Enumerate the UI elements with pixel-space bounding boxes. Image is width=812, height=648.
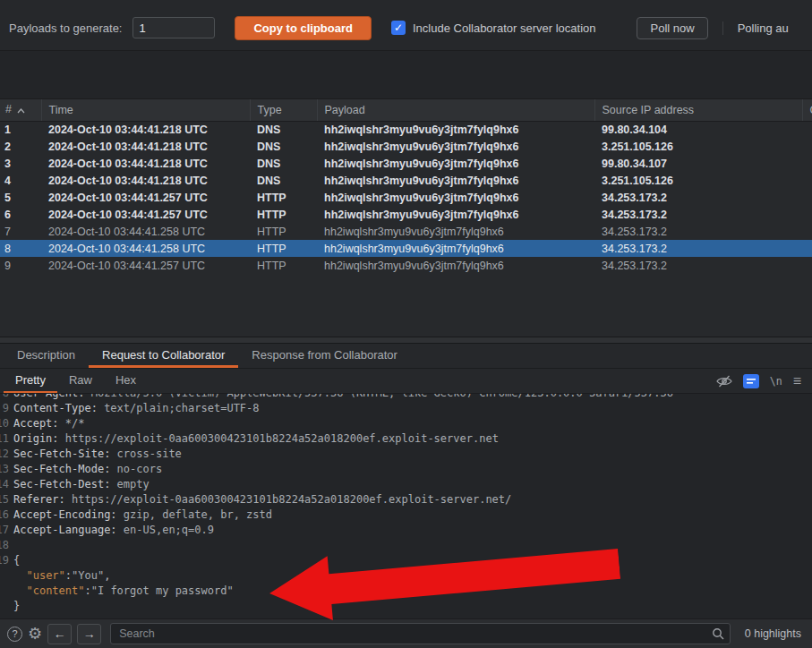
cell-source-ip[interactable]: 34.253.173.2: [594, 189, 802, 206]
cell-payload[interactable]: hh2iwqlshr3myu9vu6y3jtm7fylq9hx6: [317, 121, 594, 138]
next-match-button[interactable]: →: [77, 624, 101, 644]
cell-type[interactable]: DNS: [250, 172, 317, 189]
cell-time[interactable]: 2024-Oct-10 03:44:41.257 UTC: [41, 257, 250, 274]
cell-time[interactable]: 2024-Oct-10 03:44:41.257 UTC: [41, 189, 250, 206]
cell-number[interactable]: 5: [0, 189, 41, 206]
table-row[interactable]: 3 2024-Oct-10 03:44:41.218 UTC DNS hh2iw…: [0, 155, 812, 172]
column-header-number[interactable]: #: [0, 99, 41, 121]
request-editor[interactable]: 8User-Agent: Mozilla/5.0 (Victim) AppleW…: [0, 394, 812, 618]
column-header-payload[interactable]: Payload: [317, 99, 594, 121]
cell-comment[interactable]: [802, 172, 812, 189]
cell-comment[interactable]: [802, 155, 812, 172]
cell-number[interactable]: 9: [0, 257, 41, 274]
search-input[interactable]: [110, 623, 731, 644]
cell-source-ip[interactable]: 99.80.34.104: [594, 121, 802, 138]
editor-line: 14Sec-Fetch-Dest: empty: [0, 477, 812, 492]
cell-type[interactable]: HTTP: [250, 257, 317, 274]
mode-raw[interactable]: Raw: [57, 369, 104, 393]
table-row[interactable]: 7 2024-Oct-10 03:44:41.258 UTC HTTP hh2i…: [0, 223, 812, 240]
cell-payload[interactable]: hh2iwqlshr3myu9vu6y3jtm7fylq9hx6: [317, 240, 594, 257]
show-newlines-icon[interactable]: \n: [770, 369, 782, 393]
cell-payload[interactable]: hh2iwqlshr3myu9vu6y3jtm7fylq9hx6: [317, 138, 594, 155]
cell-number[interactable]: 6: [0, 206, 41, 223]
cell-number[interactable]: 2: [0, 138, 41, 155]
editor-line: }: [0, 599, 812, 614]
cell-type[interactable]: DNS: [250, 138, 317, 155]
table-row[interactable]: 4 2024-Oct-10 03:44:41.218 UTC DNS hh2iw…: [0, 172, 812, 189]
gear-icon[interactable]: ⚙: [28, 626, 42, 642]
cell-time[interactable]: 2024-Oct-10 03:44:41.218 UTC: [41, 121, 250, 138]
table-row[interactable]: 5 2024-Oct-10 03:44:41.257 UTC HTTP hh2i…: [0, 189, 812, 206]
cell-comment[interactable]: [802, 257, 812, 274]
cell-number[interactable]: 1: [0, 121, 41, 138]
cell-type[interactable]: HTTP: [250, 189, 317, 206]
table-row[interactable]: 1 2024-Oct-10 03:44:41.218 UTC DNS hh2iw…: [0, 121, 812, 138]
cell-comment[interactable]: [802, 240, 812, 257]
cell-comment[interactable]: [802, 189, 812, 206]
cell-type[interactable]: DNS: [250, 121, 317, 138]
previous-match-button[interactable]: ←: [47, 624, 72, 644]
payloads-count-input[interactable]: [132, 17, 215, 38]
cell-comment[interactable]: [802, 138, 812, 155]
cell-time[interactable]: 2024-Oct-10 03:44:41.218 UTC: [41, 172, 250, 189]
line-number: 8: [0, 394, 9, 401]
mode-pretty[interactable]: Pretty: [4, 369, 57, 393]
copy-to-clipboard-button[interactable]: Copy to clipboard: [235, 16, 372, 40]
help-icon[interactable]: ?: [7, 627, 22, 642]
column-header-type[interactable]: Type: [250, 99, 317, 121]
render-toggle-icon[interactable]: [743, 369, 759, 393]
cell-time[interactable]: 2024-Oct-10 03:44:41.218 UTC: [41, 155, 250, 172]
include-server-location-checkbox[interactable]: ✓ Include Collaborator server location: [391, 21, 596, 35]
cell-comment[interactable]: [802, 206, 812, 223]
cell-time[interactable]: 2024-Oct-10 03:44:41.258 UTC: [41, 223, 250, 240]
cell-payload[interactable]: hh2iwqlshr3myu9vu6y3jtm7fylq9hx6: [317, 206, 594, 223]
cell-source-ip[interactable]: 99.80.34.107: [594, 155, 802, 172]
table-row[interactable]: 8 2024-Oct-10 03:44:41.258 UTC HTTP hh2i…: [0, 240, 812, 257]
cell-source-ip[interactable]: 34.253.173.2: [594, 223, 802, 240]
column-header-comment[interactable]: C: [802, 99, 812, 121]
cell-source-ip[interactable]: 3.251.105.126: [594, 172, 802, 189]
cell-payload[interactable]: hh2iwqlshr3myu9vu6y3jtm7fylq9hx6: [317, 223, 594, 240]
sort-ascending-icon: [17, 104, 25, 116]
panel-splitter[interactable]: [0, 337, 812, 344]
table-row[interactable]: 9 2024-Oct-10 03:44:41.257 UTC HTTP hh2i…: [0, 257, 812, 274]
cell-type[interactable]: HTTP: [250, 223, 317, 240]
cell-number[interactable]: 4: [0, 172, 41, 189]
cell-source-ip[interactable]: 34.253.173.2: [594, 240, 802, 257]
cell-payload[interactable]: hh2iwqlshr3myu9vu6y3jtm7fylq9hx6: [317, 155, 594, 172]
cell-number[interactable]: 3: [0, 155, 41, 172]
cell-payload[interactable]: hh2iwqlshr3myu9vu6y3jtm7fylq9hx6: [317, 172, 594, 189]
tab-description[interactable]: Description: [4, 344, 89, 368]
cell-type[interactable]: HTTP: [250, 206, 317, 223]
column-header-source-ip[interactable]: Source IP address: [594, 99, 802, 121]
line-number: 15: [0, 492, 9, 507]
cell-number[interactable]: 8: [0, 240, 41, 257]
tab-request-to-collaborator[interactable]: Request to Collaborator: [89, 344, 238, 368]
column-header-time[interactable]: Time: [41, 99, 250, 121]
cell-source-ip[interactable]: 3.251.105.126: [594, 138, 802, 155]
cell-comment[interactable]: [802, 223, 812, 240]
cell-source-ip[interactable]: 34.253.173.2: [594, 206, 802, 223]
cell-type[interactable]: DNS: [250, 155, 317, 172]
hide-highlights-icon[interactable]: [716, 369, 732, 393]
cell-payload[interactable]: hh2iwqlshr3myu9vu6y3jtm7fylq9hx6: [317, 189, 594, 206]
cell-time[interactable]: 2024-Oct-10 03:44:41.258 UTC: [41, 240, 250, 257]
table-header-row: # Time Type Payload Source IP address C: [0, 99, 812, 121]
cell-time[interactable]: 2024-Oct-10 03:44:41.218 UTC: [41, 138, 250, 155]
cell-source-ip[interactable]: 34.253.173.2: [594, 257, 802, 274]
line-number: 16: [0, 507, 9, 523]
checkbox-checked-icon[interactable]: ✓: [391, 21, 406, 35]
editor-menu-icon[interactable]: ≡: [793, 369, 801, 393]
table-row[interactable]: 6 2024-Oct-10 03:44:41.257 UTC HTTP hh2i…: [0, 206, 812, 223]
cell-type[interactable]: HTTP: [250, 240, 317, 257]
cell-payload[interactable]: hh2iwqlshr3myu9vu6y3jtm7fylq9hx6: [317, 257, 594, 274]
cell-time[interactable]: 2024-Oct-10 03:44:41.257 UTC: [41, 206, 250, 223]
cell-comment[interactable]: [802, 121, 812, 138]
tab-response-from-collaborator[interactable]: Response from Collaborator: [238, 344, 411, 368]
line-number: 11: [0, 431, 9, 447]
mode-hex[interactable]: Hex: [104, 369, 148, 393]
poll-now-button[interactable]: Poll now: [637, 17, 707, 39]
empty-panel-area: [0, 50, 812, 98]
table-row[interactable]: 2 2024-Oct-10 03:44:41.218 UTC DNS hh2iw…: [0, 138, 812, 155]
cell-number[interactable]: 7: [0, 223, 41, 240]
